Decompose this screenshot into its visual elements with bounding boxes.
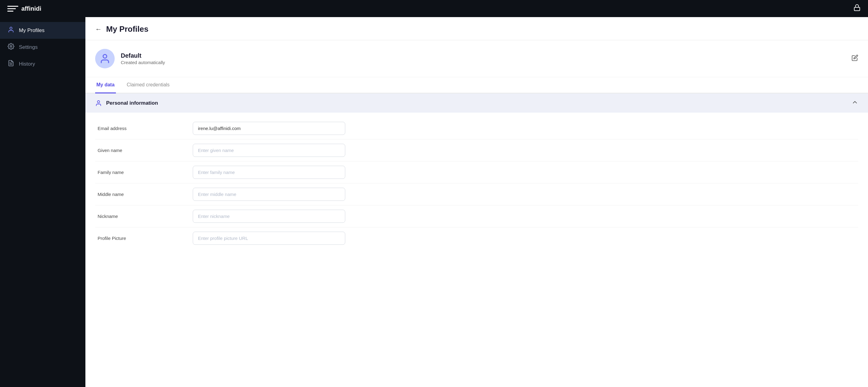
section-title: Personal information <box>106 100 158 106</box>
sidebar-item-settings-label: Settings <box>19 44 37 50</box>
sidebar-item-my-profiles[interactable]: My Profiles <box>0 22 85 39</box>
lock-icon[interactable] <box>854 4 861 13</box>
tabs: My data Claimed credentials <box>85 77 868 93</box>
profile-name: Default <box>121 52 858 59</box>
sidebar: My Profiles Settings <box>0 17 85 387</box>
given-name-field[interactable] <box>193 144 345 157</box>
section-chevron-icon <box>851 99 858 107</box>
nickname-label: Nickname <box>95 214 193 219</box>
sidebar-item-settings[interactable]: Settings <box>0 39 85 56</box>
form-row-email: Email address <box>95 118 858 140</box>
profile-header: Default Created automatically <box>85 40 868 77</box>
profile-picture-label: Profile Picture <box>95 236 193 241</box>
sidebar-item-my-profiles-label: My Profiles <box>19 27 44 34</box>
middle-name-label: Middle name <box>95 192 193 197</box>
svg-point-5 <box>103 55 107 58</box>
form-row-profile-picture: Profile Picture <box>95 227 858 249</box>
personal-info-icon <box>95 100 102 107</box>
section-header-left: Personal information <box>95 100 158 107</box>
navbar: affinidi <box>0 0 868 17</box>
profile-picture-field[interactable] <box>193 232 345 245</box>
logo-line-2 <box>7 8 16 9</box>
tab-my-data[interactable]: My data <box>95 77 116 93</box>
logo-line-1 <box>7 6 18 7</box>
profile-subtitle: Created automatically <box>121 60 858 65</box>
personal-info-section-header[interactable]: Personal information <box>85 93 868 113</box>
logo: affinidi <box>7 4 41 13</box>
sidebar-item-history-label: History <box>19 61 35 67</box>
svg-rect-0 <box>854 7 860 11</box>
sidebar-item-history[interactable]: History <box>0 56 85 72</box>
email-field[interactable] <box>193 122 345 135</box>
form-section: Email address Given name Family name Mid… <box>85 113 868 254</box>
tab-claimed-credentials[interactable]: Claimed credentials <box>126 77 171 93</box>
nickname-field[interactable] <box>193 210 345 223</box>
profile-info: Default Created automatically <box>121 52 858 65</box>
main-layout: My Profiles Settings <box>0 17 868 387</box>
form-row-nickname: Nickname <box>95 205 858 227</box>
avatar <box>95 49 115 68</box>
middle-name-field[interactable] <box>193 188 345 201</box>
svg-point-1 <box>10 27 12 29</box>
svg-point-6 <box>97 100 99 102</box>
content-area: ← My Profiles Default Created automatica… <box>85 17 868 387</box>
page-title: My Profiles <box>106 24 149 34</box>
svg-point-2 <box>10 46 12 47</box>
page-header: ← My Profiles <box>85 17 868 40</box>
edit-button[interactable] <box>851 55 858 63</box>
form-row-middle-name: Middle name <box>95 183 858 205</box>
form-row-given-name: Given name <box>95 140 858 161</box>
family-name-field[interactable] <box>193 166 345 179</box>
back-button[interactable]: ← <box>95 25 102 33</box>
logo-text: affinidi <box>21 5 41 12</box>
logo-icon <box>7 4 18 13</box>
family-name-label: Family name <box>95 170 193 175</box>
given-name-label: Given name <box>95 148 193 153</box>
history-icon <box>7 60 14 68</box>
settings-icon <box>7 43 14 51</box>
form-row-family-name: Family name <box>95 161 858 183</box>
email-label: Email address <box>95 126 193 131</box>
logo-line-3 <box>7 11 13 11</box>
my-profiles-icon <box>7 26 14 34</box>
